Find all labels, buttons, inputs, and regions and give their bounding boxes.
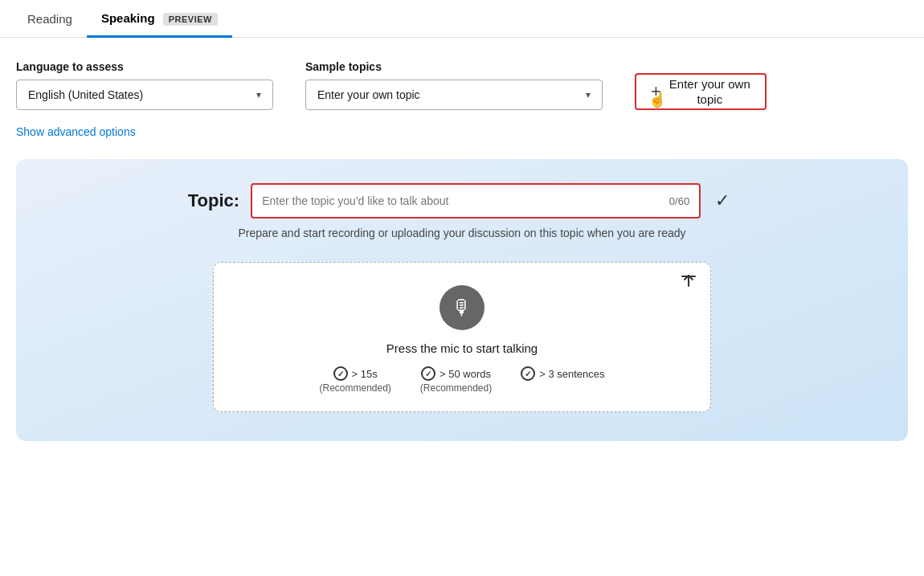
req-words-label: > 50 words <box>440 368 491 380</box>
topic-input-wrapper: 0/60 <box>251 183 701 219</box>
req-sentences-label: > 3 sentences <box>539 368 604 380</box>
req-time-label: > 15s <box>352 368 378 380</box>
tab-reading-label: Reading <box>27 12 72 26</box>
topic-helper-text: Prepare and start recording or uploading… <box>48 227 876 239</box>
enter-own-topic-button[interactable]: + Enter your own topic <box>635 73 767 110</box>
req-item-words: ✓ > 50 words (Recommended) <box>420 366 492 394</box>
req-time-sub: (Recommended) <box>319 382 390 394</box>
char-count: 0/60 <box>669 195 689 207</box>
plus-cursor-icon: + <box>651 80 661 104</box>
tabs-container: Reading Speaking PREVIEW <box>0 0 924 38</box>
topic-label: Topic: <box>188 190 239 211</box>
enter-topic-text: Enter your own topic <box>669 76 750 108</box>
recording-box: 🎙 Press the mic to start talking ✓ > 15s… <box>213 262 711 412</box>
sample-topics-label: Sample topics <box>305 60 603 73</box>
sample-topics-dropdown[interactable]: Enter your own topic ▾ <box>305 80 603 110</box>
language-value: English (United States) <box>28 88 143 101</box>
main-content: Language to assess English (United State… <box>0 38 924 457</box>
req-words-sub: (Recommended) <box>420 382 492 394</box>
language-label: Language to assess <box>16 60 273 73</box>
preview-badge: PREVIEW <box>163 13 218 26</box>
sample-topics-field: Sample topics Enter your own topic ▾ <box>305 60 603 110</box>
mic-icon: 🎙 <box>452 296 472 321</box>
tab-speaking-label: Speaking <box>101 11 155 25</box>
press-mic-text: Press the mic to start talking <box>386 341 538 355</box>
check-circle-words: ✓ <box>421 366 435 381</box>
sample-topics-value: Enter your own topic <box>317 88 420 101</box>
check-circle-time: ✓ <box>333 366 348 381</box>
mic-button[interactable]: 🎙 <box>440 285 484 330</box>
config-row: Language to assess English (United State… <box>16 60 908 110</box>
sample-topics-chevron-icon: ▾ <box>586 89 591 100</box>
upload-icon[interactable] <box>680 274 697 296</box>
req-item-sentences: ✓ > 3 sentences <box>521 366 604 382</box>
confirm-topic-button[interactable]: ✓ <box>709 187 736 214</box>
topic-input-row: Topic: 0/60 ✓ <box>48 183 876 219</box>
show-advanced-options-link[interactable]: Show advanced options <box>16 125 136 138</box>
check-circle-sentences: ✓ <box>521 366 535 381</box>
tab-reading[interactable]: Reading <box>13 1 87 38</box>
language-dropdown[interactable]: English (United States) ▾ <box>16 80 273 110</box>
topic-card: Topic: 0/60 ✓ Prepare and start recordin… <box>16 159 908 441</box>
language-field: Language to assess English (United State… <box>16 60 273 110</box>
tab-speaking[interactable]: Speaking PREVIEW <box>87 0 232 38</box>
req-item-time: ✓ > 15s (Recommended) <box>319 366 390 394</box>
requirements-row: ✓ > 15s (Recommended) ✓ > 50 words (Reco… <box>319 366 604 394</box>
language-chevron-icon: ▾ <box>256 89 261 100</box>
topic-input[interactable] <box>262 185 663 217</box>
